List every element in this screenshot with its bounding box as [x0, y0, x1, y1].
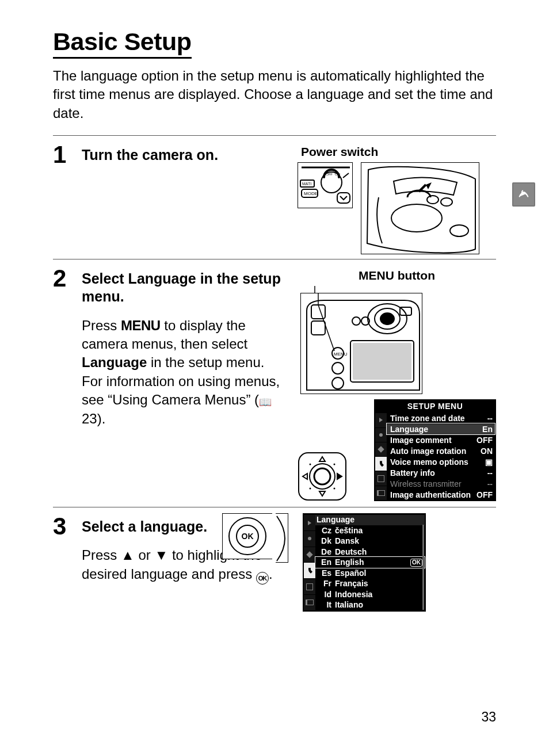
setup-menu-row: Battery info--: [387, 467, 495, 478]
leader-line: [298, 286, 420, 293]
illustration-power-switch-small: OFF ON MODE MATI: [298, 162, 353, 208]
rail-camera-icon: [375, 427, 387, 442]
svg-point-39: [310, 464, 311, 465]
step-number: 3: [53, 513, 82, 612]
setup-menu-row: Wireless transmitter--: [387, 478, 495, 489]
rail-recent-icon: [375, 486, 387, 500]
language-menu-row: FrFrançais: [315, 578, 425, 589]
menu-rail: [304, 514, 315, 610]
language-menu-row: EnEnglishOK: [315, 557, 425, 568]
rail-play-icon: [304, 514, 315, 530]
setup-menu-row: Image authenticationOFF: [387, 489, 495, 500]
scrollbar: [422, 525, 424, 610]
svg-point-41: [310, 488, 311, 490]
svg-text:ON: ON: [335, 173, 340, 176]
step-number: 1: [53, 142, 82, 259]
svg-rect-17: [353, 343, 411, 380]
svg-point-42: [334, 488, 336, 490]
book-icon: [259, 392, 272, 407]
setup-menu-row: Voice memo options▣: [387, 456, 495, 467]
ok-icon: OK: [256, 572, 269, 585]
figure-label-menu-button: MENU: [359, 269, 394, 282]
rail-play-icon: [375, 413, 387, 427]
step-paragraph: Press MENU to display the camera menus, …: [82, 316, 284, 428]
svg-text:MATI: MATI: [302, 182, 311, 186]
step-2: 2 Select Language in the setup menu. Pre…: [53, 259, 496, 501]
svg-text:MENU: MENU: [334, 352, 348, 357]
figure-label-power-switch: Power switch: [301, 145, 496, 159]
page-title: Basic Setup: [53, 28, 192, 59]
down-arrow-icon: ▼: [154, 547, 168, 563]
language-menu-row: DkDansk: [315, 536, 425, 547]
language-menu-title: Language: [317, 515, 354, 525]
illustration-power-switch-large: [361, 162, 479, 254]
setup-menu-row: Time zone and date--: [387, 413, 495, 423]
svg-text:OFF: OFF: [326, 173, 333, 176]
language-menu-row: DeDeutsch: [315, 547, 425, 558]
illustration-ok-button: OK: [222, 513, 272, 559]
step-heading: Turn the camera on.: [82, 146, 284, 164]
ok-badge: OK: [410, 559, 422, 567]
language-menu-row: ItItaliano: [315, 600, 425, 610]
rail-recent-icon: [304, 594, 315, 610]
step-1: 1 Turn the camera on. Power switch OFF O…: [53, 136, 496, 259]
rail-retouch-icon: [304, 578, 315, 594]
screenshot-language-menu: Language CzčeštinaDkDanskDeDeutschEnEngl…: [303, 513, 426, 612]
language-menu-row: EsEspañol: [315, 568, 425, 579]
rail-wrench-icon: [304, 562, 315, 578]
intro-paragraph: The language option in the setup menu is…: [53, 67, 496, 123]
setup-menu-title: SETUP MENU: [375, 400, 495, 413]
svg-point-20: [380, 313, 394, 324]
step-3: 3 Select a language. Press ▲ or ▼ to hig…: [53, 507, 496, 612]
page-number: 33: [481, 709, 496, 725]
menu-rail: [375, 413, 387, 500]
svg-point-40: [334, 464, 336, 465]
menu-button-word: MENU: [121, 318, 161, 333]
screenshot-setup-menu: SETUP MENU Time zone and date--LanguageE…: [374, 399, 496, 501]
svg-line-3: [343, 173, 349, 178]
step-number: 2: [53, 265, 82, 501]
setup-menu-row: LanguageEn: [387, 423, 495, 434]
illustration-camera-back: MENU: [300, 293, 422, 394]
svg-rect-8: [337, 193, 350, 203]
illustration-ok-button-edge: [276, 513, 288, 563]
rail-retouch-icon: [375, 471, 387, 485]
step-heading: Select Language in the setup menu.: [82, 270, 284, 306]
rail-pencil-icon: [375, 442, 387, 456]
setup-menu-row: Auto image rotationON: [387, 445, 495, 456]
rail-wrench-icon: [375, 456, 387, 471]
margin-tab-icon: [512, 182, 535, 207]
language-menu-row: Czčeština: [315, 525, 425, 536]
language-menu-row: IdIndonesia: [315, 589, 425, 600]
svg-text:MODE: MODE: [304, 191, 318, 196]
illustration-multi-selector: [298, 452, 347, 501]
rail-camera-icon: [304, 530, 315, 547]
up-arrow-icon: ▲: [121, 547, 135, 563]
rail-pencil-icon: [304, 547, 315, 563]
setup-menu-row: Image commentOFF: [387, 434, 495, 445]
